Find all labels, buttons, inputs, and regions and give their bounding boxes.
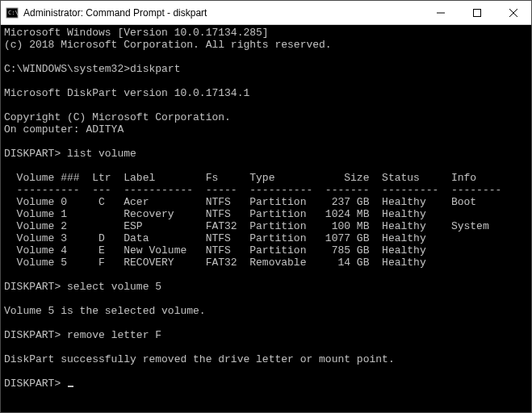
cmd-diskpart: diskpart (130, 63, 180, 75)
close-icon (509, 9, 517, 17)
console-area[interactable]: Microsoft Windows [Version 10.0.17134.28… (1, 25, 531, 412)
window-title: Administrator: Command Prompt - diskpart (23, 7, 207, 19)
diskpart-copyright: Copyright (C) Microsoft Corporation. (4, 111, 231, 123)
diskpart-prompt: DISKPART> (4, 148, 61, 160)
diskpart-prompt: DISKPART> (4, 329, 61, 341)
text-cursor (68, 386, 73, 387)
svg-rect-3 (473, 9, 480, 16)
copyright-line: (c) 2018 Microsoft Corporation. All righ… (4, 39, 332, 51)
window-controls (422, 1, 531, 24)
diskpart-computer: On computer: ADITYA (4, 123, 124, 136)
cmd-list-volume: list volume (67, 148, 136, 160)
minimize-button[interactable] (422, 1, 459, 24)
maximize-button[interactable] (459, 1, 495, 24)
cmd-icon: C:\ (6, 6, 19, 19)
volume-table: Volume ### Ltr Label Fs Type Size Status… (4, 172, 501, 269)
maximize-icon (473, 9, 481, 17)
svg-text:C:\: C:\ (8, 10, 19, 16)
sys-prompt: C:\WINDOWS\system32> (4, 63, 130, 75)
cmd-select-volume: select volume 5 (67, 281, 161, 293)
minimize-icon (437, 9, 445, 17)
os-version-line: Microsoft Windows [Version 10.0.17134.28… (4, 27, 269, 39)
cmd-remove-letter: remove letter F (67, 329, 161, 341)
titlebar[interactable]: C:\ Administrator: Command Prompt - disk… (1, 1, 531, 25)
msg-selected: Volume 5 is the selected volume. (4, 305, 206, 317)
diskpart-prompt: DISKPART> (4, 378, 61, 390)
msg-removed: DiskPart successfully removed the drive … (4, 353, 395, 365)
diskpart-version: Microsoft DiskPart version 10.0.17134.1 (4, 87, 249, 99)
window-frame: C:\ Administrator: Command Prompt - disk… (0, 0, 532, 413)
close-button[interactable] (495, 1, 531, 24)
diskpart-prompt: DISKPART> (4, 281, 61, 293)
